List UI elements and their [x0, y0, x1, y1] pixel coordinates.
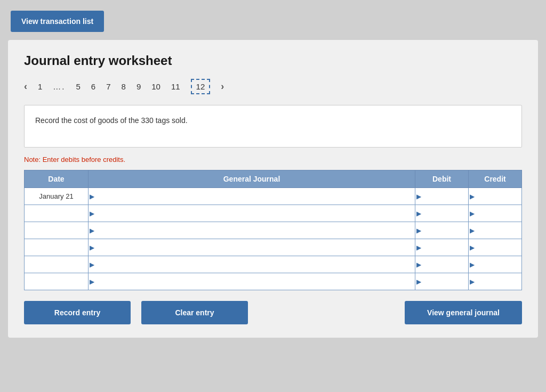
arrow-icon-4: ▶	[90, 244, 94, 251]
journal-cell-3[interactable]: ▶	[89, 222, 415, 239]
table-row: January 21 ▶ ▶ ▶	[25, 188, 522, 205]
debit-input-5[interactable]	[423, 256, 465, 273]
page-11[interactable]: 11	[171, 82, 180, 91]
table-row: ▶ ▶ ▶	[25, 273, 522, 290]
pagination-dots: ….	[53, 82, 65, 91]
debit-cell-5[interactable]: ▶	[415, 256, 469, 273]
view-transaction-button[interactable]: View transaction list	[11, 11, 104, 32]
record-entry-button[interactable]: Record entry	[24, 301, 131, 324]
journal-cell-4[interactable]: ▶	[89, 239, 415, 256]
table-header-row: Date General Journal Debit Credit	[25, 170, 522, 188]
debit-cell-4[interactable]: ▶	[415, 239, 469, 256]
debit-input-2[interactable]	[423, 205, 465, 222]
page-7[interactable]: 7	[106, 82, 110, 91]
credit-column-header: Credit	[469, 170, 522, 188]
table-row: ▶ ▶ ▶	[25, 205, 522, 222]
page-9[interactable]: 9	[136, 82, 141, 91]
credit-input-5[interactable]	[476, 256, 519, 273]
journal-input-4[interactable]	[96, 239, 412, 256]
debit-input-3[interactable]	[423, 222, 465, 239]
journal-input-3[interactable]	[96, 222, 412, 239]
view-general-journal-button[interactable]: View general journal	[405, 301, 522, 324]
arrow-icon-credit-1: ▶	[470, 193, 475, 200]
arrow-icon-debit-4: ▶	[416, 244, 421, 251]
credit-cell-3[interactable]: ▶	[469, 222, 522, 239]
arrow-icon-credit-5: ▶	[470, 261, 475, 268]
journal-cell-6[interactable]: ▶	[89, 273, 415, 290]
credit-input-4[interactable]	[476, 239, 519, 256]
debit-cell-1[interactable]: ▶	[415, 188, 469, 205]
main-container: Journal entry worksheet ‹ 1 …. 5 6 7 8 9…	[8, 40, 538, 338]
clear-entry-button[interactable]: Clear entry	[141, 301, 248, 324]
credit-cell-1[interactable]: ▶	[469, 188, 522, 205]
table-row: ▶ ▶ ▶	[25, 256, 522, 273]
arrow-icon-debit-6: ▶	[416, 278, 421, 285]
credit-input-3[interactable]	[476, 222, 519, 239]
credit-input-1[interactable]	[476, 188, 519, 205]
arrow-icon-debit-2: ▶	[416, 210, 421, 217]
credit-input-2[interactable]	[476, 205, 519, 222]
journal-input-6[interactable]	[96, 273, 412, 290]
date-cell-4	[25, 239, 89, 256]
arrow-icon-credit-6: ▶	[470, 278, 475, 285]
journal-table: Date General Journal Debit Credit Januar…	[24, 170, 522, 290]
table-row: ▶ ▶ ▶	[25, 239, 522, 256]
journal-input-5[interactable]	[96, 256, 412, 273]
date-cell-2	[25, 205, 89, 222]
arrow-icon-debit-5: ▶	[416, 261, 421, 268]
general-journal-column-header: General Journal	[89, 170, 415, 188]
journal-cell-1[interactable]: ▶	[89, 188, 415, 205]
page-5[interactable]: 5	[76, 82, 81, 91]
journal-cell-5[interactable]: ▶	[89, 256, 415, 273]
bottom-buttons: Record entry Clear entry View general jo…	[24, 301, 522, 324]
debit-input-4[interactable]	[423, 239, 465, 256]
debit-cell-6[interactable]: ▶	[415, 273, 469, 290]
date-value-1: January 21	[39, 192, 73, 200]
debit-input-6[interactable]	[423, 273, 465, 290]
date-cell-6	[25, 273, 89, 290]
arrow-icon-5: ▶	[90, 261, 94, 268]
date-cell-1: January 21	[25, 188, 89, 205]
worksheet-title: Journal entry worksheet	[24, 53, 522, 68]
instruction-box: Record the cost of goods of the 330 tags…	[24, 105, 522, 148]
date-cell-5	[25, 256, 89, 273]
arrow-icon-6: ▶	[90, 278, 94, 285]
arrow-icon-credit-2: ▶	[470, 210, 475, 217]
debit-cell-2[interactable]: ▶	[415, 205, 469, 222]
debit-column-header: Debit	[415, 170, 469, 188]
arrow-icon-debit-3: ▶	[416, 227, 421, 234]
credit-cell-5[interactable]: ▶	[469, 256, 522, 273]
top-bar: View transaction list	[0, 0, 546, 40]
arrow-icon-credit-3: ▶	[470, 227, 475, 234]
date-cell-3	[25, 222, 89, 239]
page-6[interactable]: 6	[91, 82, 95, 91]
arrow-icon-debit-1: ▶	[416, 193, 421, 200]
debit-input-1[interactable]	[423, 188, 465, 205]
credit-input-6[interactable]	[476, 273, 519, 290]
arrow-icon-3: ▶	[90, 227, 94, 234]
debit-cell-3[interactable]: ▶	[415, 222, 469, 239]
journal-input-1[interactable]	[96, 188, 412, 205]
arrow-icon-2: ▶	[90, 210, 94, 217]
page-12-active[interactable]: 12	[191, 79, 211, 94]
arrow-icon-credit-4: ▶	[470, 244, 475, 251]
page-1[interactable]: 1	[38, 82, 42, 91]
credit-cell-4[interactable]: ▶	[469, 239, 522, 256]
pagination: ‹ 1 …. 5 6 7 8 9 10 11 12 ›	[24, 79, 522, 94]
table-row: ▶ ▶ ▶	[25, 222, 522, 239]
pagination-prev[interactable]: ‹	[24, 81, 27, 92]
journal-input-2[interactable]	[96, 205, 412, 222]
date-column-header: Date	[25, 170, 89, 188]
pagination-next[interactable]: ›	[221, 81, 224, 92]
credit-cell-6[interactable]: ▶	[469, 273, 522, 290]
note-text: Note: Enter debits before credits.	[24, 156, 522, 164]
arrow-icon-1: ▶	[90, 193, 94, 200]
page-10[interactable]: 10	[151, 82, 160, 91]
credit-cell-2[interactable]: ▶	[469, 205, 522, 222]
instruction-text: Record the cost of goods of the 330 tags…	[35, 116, 511, 125]
journal-cell-2[interactable]: ▶	[89, 205, 415, 222]
page-8[interactable]: 8	[122, 82, 126, 91]
